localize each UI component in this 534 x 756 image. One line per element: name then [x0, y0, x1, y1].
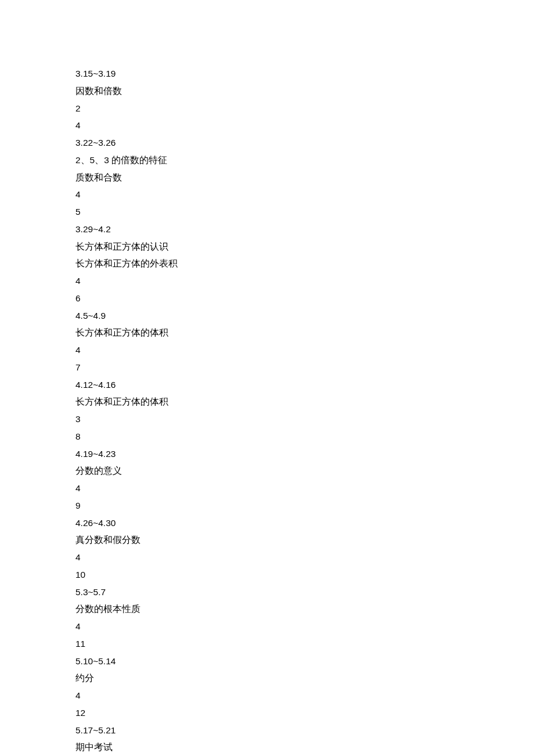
text-line: 5.3~5.7 — [75, 584, 534, 601]
text-line: 5.10~5.14 — [75, 653, 534, 670]
text-line: 7 — [75, 359, 534, 376]
text-line: 12 — [75, 704, 534, 722]
text-line: 约分 — [75, 669, 534, 687]
text-line: 3 — [75, 411, 534, 428]
text-line: 4.26~4.30 — [75, 514, 534, 532]
text-line: 长方体和正方体的外表积 — [75, 255, 534, 272]
text-line: 真分数和假分数 — [75, 531, 534, 549]
text-line: 4 — [75, 341, 534, 359]
text-line: 6 — [75, 290, 534, 307]
text-line: 4.5~4.9 — [75, 307, 534, 325]
text-line: 4 — [75, 549, 534, 566]
text-line: 5 — [75, 203, 534, 221]
text-line: 长方体和正方体的体积 — [75, 393, 534, 411]
text-line: 4 — [75, 186, 534, 203]
text-line: 质数和合数 — [75, 169, 534, 186]
text-line: 期中考试 — [75, 739, 534, 756]
text-line: 4 — [75, 687, 534, 704]
text-line: 因数和倍数 — [75, 82, 534, 100]
text-line: 10 — [75, 566, 534, 584]
text-line: 9 — [75, 497, 534, 514]
document-page: 3.15~3.19 因数和倍数 2 4 3.22~3.26 2、5、3 的倍数的… — [0, 0, 534, 756]
text-line: 4 — [75, 117, 534, 134]
text-line: 3.22~3.26 — [75, 134, 534, 152]
text-line: 5.17~5.21 — [75, 722, 534, 739]
text-line: 长方体和正方体的认识 — [75, 238, 534, 255]
text-line: 分数的根本性质 — [75, 600, 534, 618]
text-line: 2 — [75, 100, 534, 117]
text-line: 4 — [75, 618, 534, 635]
text-line: 4.12~4.16 — [75, 376, 534, 394]
text-line: 长方体和正方体的体积 — [75, 324, 534, 341]
text-line: 3.29~4.2 — [75, 221, 534, 238]
text-line: 4.19~4.23 — [75, 445, 534, 463]
text-line: 4 — [75, 272, 534, 290]
text-line: 4 — [75, 480, 534, 497]
text-line: 分数的意义 — [75, 462, 534, 480]
text-line: 2、5、3 的倍数的特征 — [75, 152, 534, 169]
text-line: 8 — [75, 428, 534, 445]
text-line: 11 — [75, 635, 534, 653]
text-line: 3.15~3.19 — [75, 65, 534, 82]
